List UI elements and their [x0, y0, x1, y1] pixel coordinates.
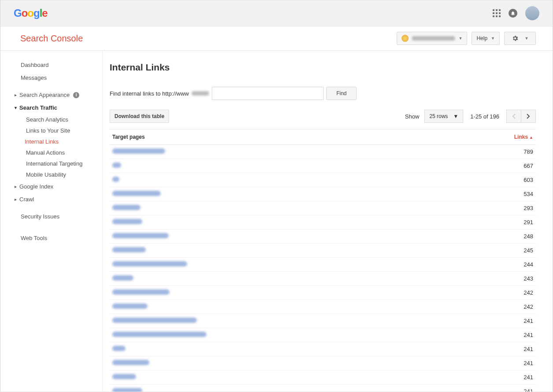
site-label — [412, 36, 455, 41]
col-header-target[interactable]: Target pages — [112, 134, 507, 140]
target-page-link[interactable] — [112, 191, 161, 196]
target-page-link[interactable] — [112, 303, 147, 309]
target-page-link[interactable] — [112, 247, 146, 252]
pager-prev-button[interactable] — [506, 110, 521, 123]
table-row[interactable]: 241 — [110, 370, 536, 385]
pager-next-button[interactable] — [521, 110, 536, 123]
target-page-link[interactable] — [112, 205, 140, 210]
links-count: 241 — [507, 360, 533, 366]
sidebar-subitem-links-to-your-site[interactable]: Links to Your Site — [0, 125, 102, 136]
gear-icon — [512, 35, 519, 42]
app-bar: Search Console ▼ Help ▼ ▼ — [0, 26, 553, 51]
internal-links-table: Target pages Links▲ 78966760353429329124… — [110, 129, 536, 392]
sidebar-item-search-traffic[interactable]: Search Traffic — [0, 101, 102, 114]
sidebar-item-google-index[interactable]: Google Index — [0, 180, 102, 193]
find-button[interactable]: Find — [326, 87, 357, 100]
links-count: 291 — [507, 219, 533, 226]
settings-button[interactable]: ▼ — [504, 32, 536, 45]
target-page-link[interactable] — [112, 275, 133, 281]
sidebar-subitem-manual-actions[interactable]: Manual Actions — [0, 147, 102, 158]
table-row[interactable]: 241 — [110, 385, 536, 392]
download-table-button[interactable]: Download this table — [110, 110, 169, 123]
account-avatar[interactable] — [525, 6, 539, 20]
help-label: Help — [476, 35, 487, 41]
table-row[interactable]: 667 — [110, 159, 536, 173]
target-page-link[interactable] — [112, 163, 121, 168]
sidebar-subitem-mobile-usability[interactable]: Mobile Usability — [0, 169, 102, 180]
target-page-link[interactable] — [112, 261, 187, 266]
find-links-input[interactable] — [212, 87, 324, 100]
chevron-down-icon: ▼ — [525, 36, 529, 41]
table-row[interactable]: 245 — [110, 244, 536, 258]
chevron-down-icon: ▼ — [458, 36, 462, 41]
site-domain-blurred — [192, 91, 209, 96]
target-page-link[interactable] — [112, 388, 142, 392]
sidebar-subitem-search-analytics[interactable]: Search Analytics — [0, 114, 102, 125]
table-row[interactable]: 244 — [110, 258, 536, 272]
site-selector[interactable]: ▼ — [397, 32, 467, 45]
links-count: 241 — [507, 388, 533, 392]
sidebar-item-dashboard[interactable]: Dashboard — [0, 59, 102, 71]
target-page-link[interactable] — [112, 177, 119, 182]
table-row[interactable]: 293 — [110, 201, 536, 215]
find-row: Find internal links to http://www Find — [110, 87, 536, 100]
links-count: 241 — [507, 374, 533, 381]
sidebar-subitem-internal-links[interactable]: Internal Links — [0, 136, 102, 147]
table-row[interactable]: 242 — [110, 300, 536, 314]
target-page-link[interactable] — [112, 233, 169, 238]
target-page-link[interactable] — [112, 360, 149, 365]
table-row[interactable]: 534 — [110, 187, 536, 201]
show-label: Show — [405, 113, 420, 120]
sidebar-subitem-international-targeting[interactable]: International Targeting — [0, 158, 102, 169]
find-prefix-label: Find internal links to http://www — [110, 90, 189, 97]
table-row[interactable]: 242 — [110, 286, 536, 300]
target-page-link[interactable] — [112, 332, 206, 337]
table-row[interactable]: 248 — [110, 229, 536, 244]
links-count: 245 — [507, 247, 533, 254]
sidebar: DashboardMessagesSearch AppearanceiSearc… — [0, 51, 103, 392]
table-row[interactable]: 241 — [110, 328, 536, 342]
col-header-links[interactable]: Links▲ — [507, 134, 533, 140]
table-row[interactable]: 241 — [110, 314, 536, 328]
table-row[interactable]: 291 — [110, 215, 536, 229]
table-row[interactable]: 241 — [110, 342, 536, 356]
target-page-link[interactable] — [112, 219, 142, 224]
rows-per-page-select[interactable]: 25 rows ▼ — [424, 110, 463, 123]
sidebar-item-search-appearance[interactable]: Search Appearancei — [0, 89, 102, 101]
links-count: 241 — [507, 318, 533, 324]
target-page-link[interactable] — [112, 148, 165, 154]
chevron-down-icon: ▼ — [491, 36, 495, 41]
notifications-icon[interactable] — [509, 9, 517, 18]
help-button[interactable]: Help ▼ — [472, 32, 500, 45]
google-top-bar: Google — [0, 0, 553, 26]
table-row[interactable]: 789 — [110, 145, 536, 159]
globe-icon — [402, 35, 409, 42]
apps-grid-icon[interactable] — [493, 9, 501, 17]
sidebar-item-web-tools[interactable]: Web Tools — [0, 232, 102, 244]
sidebar-item-security-issues[interactable]: Security Issues — [0, 210, 102, 223]
links-count: 241 — [507, 332, 533, 338]
links-count: 293 — [507, 205, 533, 211]
chevron-left-icon — [512, 114, 516, 119]
google-logo[interactable]: Google — [14, 7, 48, 19]
info-icon[interactable]: i — [73, 92, 79, 98]
links-count: 243 — [507, 275, 533, 282]
links-count: 789 — [507, 148, 533, 155]
target-page-link[interactable] — [112, 346, 125, 351]
target-page-link[interactable] — [112, 374, 136, 379]
links-count: 242 — [507, 289, 533, 296]
sidebar-item-crawl[interactable]: Crawl — [0, 193, 102, 206]
links-count: 534 — [507, 191, 533, 197]
target-page-link[interactable] — [112, 318, 197, 323]
table-row[interactable]: 603 — [110, 173, 536, 187]
app-title[interactable]: Search Console — [20, 33, 83, 44]
links-count: 667 — [507, 163, 533, 169]
target-page-link[interactable] — [112, 289, 170, 295]
table-row[interactable]: 243 — [110, 272, 536, 286]
sidebar-item-messages[interactable]: Messages — [0, 71, 102, 84]
sort-up-icon: ▲ — [529, 135, 533, 140]
table-row[interactable]: 241 — [110, 356, 536, 370]
links-count: 248 — [507, 233, 533, 240]
links-count: 603 — [507, 177, 533, 183]
chevron-down-icon: ▼ — [453, 113, 458, 119]
